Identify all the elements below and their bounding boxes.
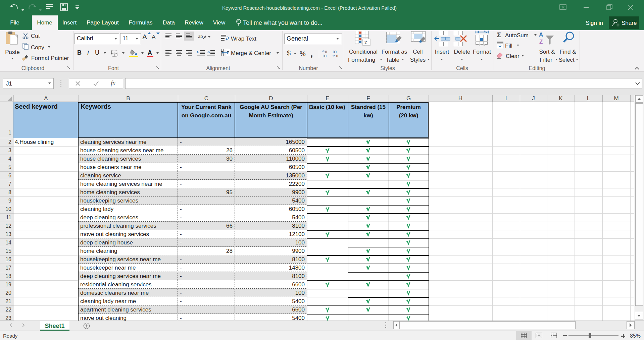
svg-text:.0: .0 <box>324 50 327 54</box>
svg-text:.00: .00 <box>332 50 337 54</box>
svg-text:≠: ≠ <box>364 40 367 45</box>
svg-text:.00: .00 <box>322 54 327 58</box>
svg-text:A: A <box>539 32 543 38</box>
svg-text:Z: Z <box>539 39 543 45</box>
svg-text:ab: ab <box>198 34 203 39</box>
svg-text:.0: .0 <box>335 54 338 58</box>
